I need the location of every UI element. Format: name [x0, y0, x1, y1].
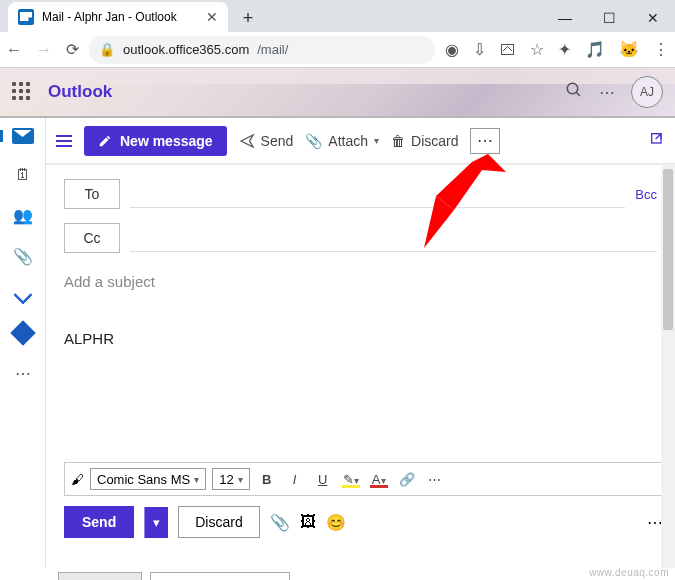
rail-yammer[interactable]	[0, 324, 45, 342]
send-button[interactable]: Send	[64, 506, 134, 538]
font-size-select[interactable]: 12 ▾	[212, 468, 249, 490]
format-more-button[interactable]: ⋯	[424, 472, 446, 487]
chevron-down-icon: ▾	[354, 475, 359, 486]
product-name[interactable]: Outlook	[48, 82, 112, 102]
insert-picture-icon[interactable]: 🖼	[300, 513, 316, 531]
url-host: outlook.office365.com	[123, 42, 249, 57]
discard-label: Discard	[411, 133, 458, 149]
tab-close-icon[interactable]: ✕	[206, 9, 218, 25]
browser-actions: ◉ ⇩ ⮹ ☆ ✦ 🎵 🐱 ⋮	[445, 40, 669, 59]
extensions-icon[interactable]: ✦	[558, 40, 571, 59]
rail-people[interactable]: 👥	[0, 206, 45, 225]
rail-files[interactable]: 📎	[0, 247, 45, 266]
cc-field[interactable]	[130, 224, 657, 252]
scrollbar-thumb[interactable]	[663, 169, 673, 330]
to-button[interactable]: To	[64, 179, 120, 209]
trash-icon: 🗑	[391, 133, 405, 149]
font-color-button[interactable]: A▾	[368, 472, 390, 487]
send-label: Send	[261, 133, 294, 149]
to-field[interactable]	[130, 180, 625, 208]
command-bar: New message Send 📎 Attach ▾ 🗑 Discard ⋯	[46, 118, 675, 164]
bcc-toggle[interactable]: Bcc	[635, 187, 657, 202]
browser-titlebar: Mail - Alphr Jan - Outlook ✕ + — ☐ ✕	[0, 0, 675, 32]
send-row: Send ▾ Discard 📎 🖼 😊 ⋯	[64, 506, 663, 538]
browser-tab[interactable]: Mail - Alphr Jan - Outlook ✕	[8, 2, 228, 32]
discard-command[interactable]: 🗑 Discard	[391, 133, 458, 149]
bold-button[interactable]: B	[256, 472, 278, 487]
chevron-down-icon: ▾	[374, 135, 379, 146]
extension-1-icon[interactable]: 🎵	[585, 40, 605, 59]
cc-button[interactable]: Cc	[64, 223, 120, 253]
new-message-button[interactable]: New message	[84, 126, 227, 156]
chevron-down-icon: ▾	[381, 475, 386, 486]
calendar-icon: 🗓	[15, 166, 31, 184]
bookmark-icon[interactable]: ☆	[530, 40, 544, 59]
browser-menu-icon[interactable]: ⋮	[653, 40, 669, 59]
avatar[interactable]: AJ	[631, 76, 663, 108]
lock-icon: 🔒	[99, 42, 115, 57]
discard-button[interactable]: Discard	[178, 506, 259, 538]
attach-inline-icon[interactable]: 📎	[270, 513, 290, 532]
highlight-button[interactable]: ✎▾	[340, 472, 362, 487]
rail-todo[interactable]	[0, 288, 45, 302]
reload-button[interactable]: ⟳	[66, 40, 79, 59]
watermark: www.deuaq.com	[589, 567, 669, 578]
message-body[interactable]: ALPHR	[64, 296, 657, 347]
scrollbar[interactable]	[661, 165, 675, 568]
app-launcher-icon[interactable]	[12, 82, 32, 102]
format-toolbar: 🖌 Comic Sans MS ▾ 12 ▾ B I U ✎▾ A▾ 🔗 ⋯	[64, 462, 663, 496]
svg-line-1	[576, 92, 580, 96]
header-more-icon[interactable]: ⋯	[599, 83, 615, 102]
hamburger-button[interactable]	[56, 135, 72, 147]
app-body: 🗓 👥 📎 ⋯ New message Send 📎 Attach ▾ 🗑	[0, 118, 675, 568]
install-icon[interactable]: ⇩	[473, 40, 486, 59]
bottom-tabs: Inbox ✕ (No subject) ✕	[0, 568, 675, 580]
link-button[interactable]: 🔗	[396, 472, 418, 487]
window-minimize-button[interactable]: —	[543, 4, 587, 32]
rail-mail[interactable]	[0, 128, 45, 144]
attach-label: Attach	[328, 133, 368, 149]
window-maximize-button[interactable]: ☐	[587, 4, 631, 32]
extension-2-icon[interactable]: 🐱	[619, 40, 639, 59]
outlook-header: Outlook ⋯ AJ	[0, 68, 675, 118]
mail-icon	[12, 128, 34, 144]
font-size-value: 12	[219, 472, 233, 487]
send-split-button[interactable]: ▾	[144, 507, 168, 538]
url-field[interactable]: 🔒 outlook.office365.com/mail/	[89, 36, 435, 64]
rail-more[interactable]: ⋯	[0, 364, 45, 383]
font-name-select[interactable]: Comic Sans MS ▾	[90, 468, 206, 490]
browser-address-bar: ← → ⟳ 🔒 outlook.office365.com/mail/ ◉ ⇩ …	[0, 32, 675, 68]
compose-pane: To Bcc Cc ALPHR 🖌 Comic Sans MS ▾ 12 ▾	[46, 164, 675, 568]
main-pane: New message Send 📎 Attach ▾ 🗑 Discard ⋯	[46, 118, 675, 568]
attach-command[interactable]: 📎 Attach ▾	[305, 133, 379, 149]
eye-icon[interactable]: ◉	[445, 40, 459, 59]
underline-button[interactable]: U	[312, 472, 334, 487]
tab-inbox[interactable]: Inbox ✕	[58, 572, 142, 580]
popout-button[interactable]	[649, 131, 665, 151]
search-icon[interactable]	[565, 81, 583, 103]
browser-nav: ← → ⟳	[6, 40, 79, 59]
more-commands-button[interactable]: ⋯	[470, 128, 500, 154]
send-command[interactable]: Send	[239, 133, 294, 149]
share-icon[interactable]: ⮹	[500, 41, 516, 59]
window-close-button[interactable]: ✕	[631, 4, 675, 32]
forward-button: →	[36, 41, 52, 59]
subject-input[interactable]	[64, 267, 657, 296]
italic-button[interactable]: I	[284, 472, 306, 487]
rail-calendar[interactable]: 🗓	[0, 166, 45, 184]
font-name-value: Comic Sans MS	[97, 472, 190, 487]
attachment-icon: 📎	[13, 247, 33, 266]
yammer-icon	[10, 320, 35, 345]
back-button[interactable]: ←	[6, 41, 22, 59]
paperclip-icon: 📎	[305, 133, 322, 149]
chevron-down-icon: ▾	[194, 474, 199, 485]
tab-draft[interactable]: (No subject) ✕	[150, 572, 290, 580]
outlook-favicon	[18, 9, 34, 25]
format-painter-icon[interactable]: 🖌	[71, 472, 84, 487]
emoji-icon[interactable]: 😊	[326, 513, 346, 532]
people-icon: 👥	[13, 206, 33, 225]
tab-title: Mail - Alphr Jan - Outlook	[42, 10, 177, 24]
todo-icon	[13, 285, 33, 305]
new-tab-button[interactable]: +	[234, 4, 262, 32]
left-rail: 🗓 👥 📎 ⋯	[0, 118, 46, 568]
